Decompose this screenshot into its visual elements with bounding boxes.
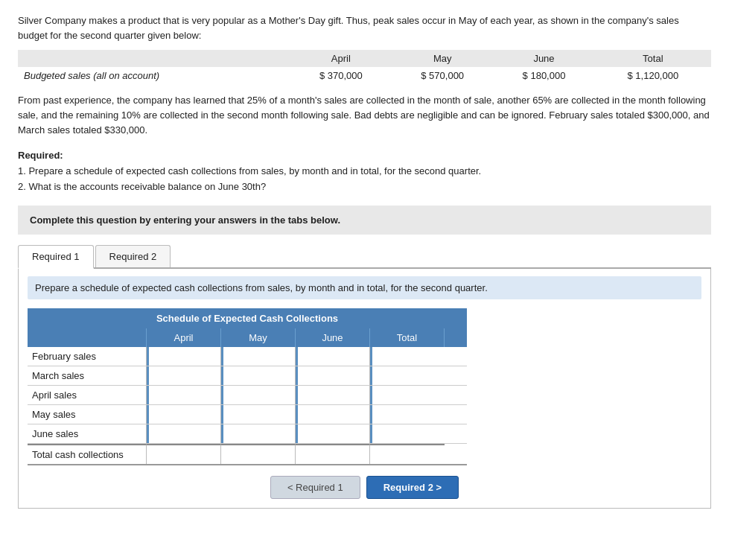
required-label: Required: — [18, 150, 63, 161]
input-jun-june[interactable] — [296, 424, 369, 443]
schedule-container: Schedule of Expected Cash Collections Ap… — [28, 308, 467, 465]
budget-table: April May June Total Budgeted sales (all… — [18, 50, 711, 84]
input-apr-june[interactable] — [296, 386, 369, 404]
input-may-april[interactable] — [147, 405, 220, 424]
input-total-may[interactable] — [221, 445, 295, 464]
cell-may-may[interactable] — [221, 405, 296, 424]
instruction-bar: Prepare a schedule of expected cash coll… — [28, 276, 701, 299]
cell-total-may[interactable] — [221, 444, 296, 464]
input-mar-total[interactable] — [370, 366, 445, 385]
schedule-header-row: April May June Total — [28, 328, 467, 347]
schedule-col-label — [28, 328, 147, 347]
budget-june-value: $ 180,000 — [493, 67, 594, 84]
budget-april-value: $ 370,000 — [290, 67, 392, 84]
row-label-april: April sales — [28, 386, 147, 404]
row-label-june: June sales — [28, 424, 147, 443]
input-total-total[interactable] — [370, 445, 445, 464]
cell-may-april[interactable] — [147, 405, 221, 424]
input-feb-june[interactable] — [296, 347, 369, 366]
budget-header-april: April — [290, 50, 392, 67]
input-apr-april[interactable] — [147, 386, 220, 404]
schedule-title: Schedule of Expected Cash Collections — [28, 308, 467, 328]
budget-header-may: May — [392, 50, 493, 67]
row-label-may: May sales — [28, 405, 147, 424]
tab-required-1[interactable]: Required 1 — [18, 245, 94, 269]
table-row: May sales — [28, 405, 467, 424]
cell-total-total[interactable] — [370, 444, 445, 464]
past-experience-text: From past experience, the company has le… — [18, 93, 711, 138]
cell-jun-april[interactable] — [147, 424, 221, 443]
cell-mar-may[interactable] — [221, 366, 296, 385]
schedule-col-total: Total — [370, 328, 445, 347]
cell-may-total[interactable] — [370, 405, 445, 424]
input-may-may[interactable] — [221, 405, 295, 424]
tab-required-2[interactable]: Required 2 — [95, 245, 171, 267]
budget-may-value: $ 570,000 — [392, 67, 493, 84]
schedule-col-may: May — [221, 328, 296, 347]
complete-instruction-box: Complete this question by entering your … — [18, 206, 711, 235]
row-label-february: February sales — [28, 347, 147, 366]
cell-apr-june[interactable] — [296, 386, 370, 404]
tabs-container: Required 1 Required 2 — [18, 245, 711, 269]
input-jun-may[interactable] — [221, 424, 295, 443]
required-item-1: 1. Prepare a schedule of expected cash c… — [18, 164, 711, 179]
cell-apr-april[interactable] — [147, 386, 221, 404]
input-total-april[interactable] — [147, 445, 220, 464]
input-may-june[interactable] — [296, 405, 369, 424]
input-jun-total[interactable] — [370, 424, 445, 443]
cell-may-june[interactable] — [296, 405, 370, 424]
budget-total-value: $ 1,120,000 — [595, 67, 711, 84]
cell-feb-april[interactable] — [147, 347, 221, 366]
budget-header-june: June — [493, 50, 594, 67]
cell-jun-total[interactable] — [370, 424, 445, 443]
cell-feb-june[interactable] — [296, 347, 370, 366]
table-row: February sales — [28, 347, 467, 366]
cell-jun-may[interactable] — [221, 424, 296, 443]
input-mar-may[interactable] — [221, 366, 295, 385]
next-button[interactable]: Required 2 > — [366, 476, 459, 499]
schedule-col-june: June — [296, 328, 370, 347]
nav-buttons: < Required 1 Required 2 > — [28, 476, 701, 499]
row-label-march: March sales — [28, 366, 147, 385]
input-apr-total[interactable] — [370, 386, 445, 404]
input-feb-total[interactable] — [370, 347, 445, 366]
input-feb-may[interactable] — [221, 347, 295, 366]
cell-mar-june[interactable] — [296, 366, 370, 385]
cell-apr-may[interactable] — [221, 386, 296, 404]
input-feb-april[interactable] — [147, 347, 220, 366]
budget-row-label: Budgeted sales (all on account) — [18, 67, 290, 84]
table-row: April sales — [28, 386, 467, 405]
table-row-total: Total cash collections — [28, 444, 467, 465]
required-item-2: 2. What is the accounts receivable balan… — [18, 179, 711, 195]
input-total-june[interactable] — [296, 445, 369, 464]
cell-total-june[interactable] — [296, 444, 370, 464]
input-mar-april[interactable] — [147, 366, 220, 385]
input-mar-june[interactable] — [296, 366, 369, 385]
budget-header-total: Total — [595, 50, 711, 67]
schedule-col-april: April — [147, 328, 221, 347]
prev-button[interactable]: < Required 1 — [270, 476, 360, 499]
input-may-total[interactable] — [370, 405, 445, 424]
row-label-total: Total cash collections — [28, 444, 147, 464]
cell-mar-total[interactable] — [370, 366, 445, 385]
tab-content-required1: Prepare a schedule of expected cash coll… — [18, 269, 711, 509]
input-apr-may[interactable] — [221, 386, 295, 404]
table-row: March sales — [28, 366, 467, 386]
cell-total-april[interactable] — [147, 444, 221, 464]
cell-mar-april[interactable] — [147, 366, 221, 385]
intro-paragraph: Silver Company makes a product that is v… — [18, 13, 711, 42]
required-section: Required: 1. Prepare a schedule of expec… — [18, 148, 711, 194]
table-row: June sales — [28, 424, 467, 444]
cell-feb-total[interactable] — [370, 347, 445, 366]
input-jun-april[interactable] — [147, 424, 220, 443]
cell-apr-total[interactable] — [370, 386, 445, 404]
cell-jun-june[interactable] — [296, 424, 370, 443]
cell-feb-may[interactable] — [221, 347, 296, 366]
